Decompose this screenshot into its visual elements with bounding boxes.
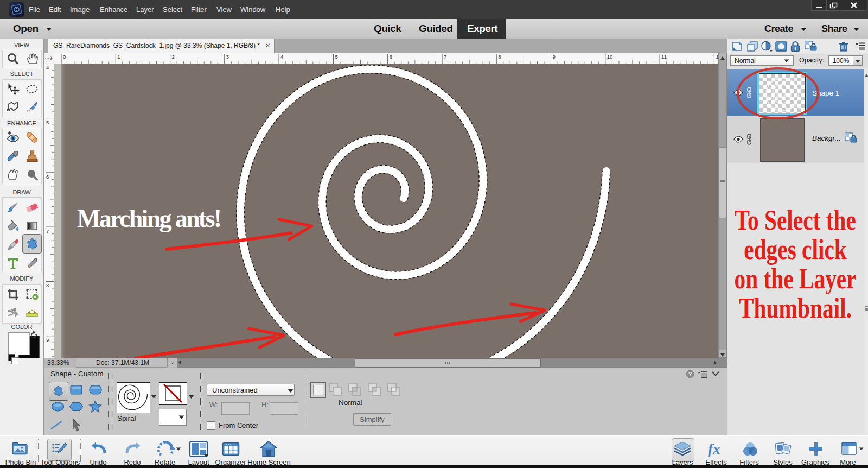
svg-text:2: 2	[172, 54, 175, 60]
svg-text:5: 5	[335, 54, 337, 60]
svg-text:6: 6	[46, 174, 49, 180]
svg-text:?: ?	[688, 371, 692, 377]
svg-text:4: 4	[280, 54, 283, 60]
svg-text:3: 3	[226, 54, 229, 60]
svg-text:11: 11	[661, 54, 667, 60]
svg-text:Marching ants!: Marching ants!	[77, 205, 222, 232]
svg-text:10: 10	[607, 54, 613, 60]
svg-text:0: 0	[63, 54, 66, 60]
svg-text:7: 7	[46, 228, 49, 234]
svg-text:9: 9	[553, 54, 556, 60]
svg-text:8: 8	[498, 54, 501, 60]
svg-text:6: 6	[390, 54, 392, 60]
svg-text:7: 7	[444, 54, 446, 60]
svg-text:8: 8	[46, 282, 49, 288]
svg-text:9: 9	[46, 337, 49, 343]
svg-text:4: 4	[46, 65, 49, 71]
svg-text:5: 5	[46, 119, 49, 125]
svg-text:1: 1	[117, 54, 120, 60]
svg-text:fx: fx	[708, 441, 720, 457]
